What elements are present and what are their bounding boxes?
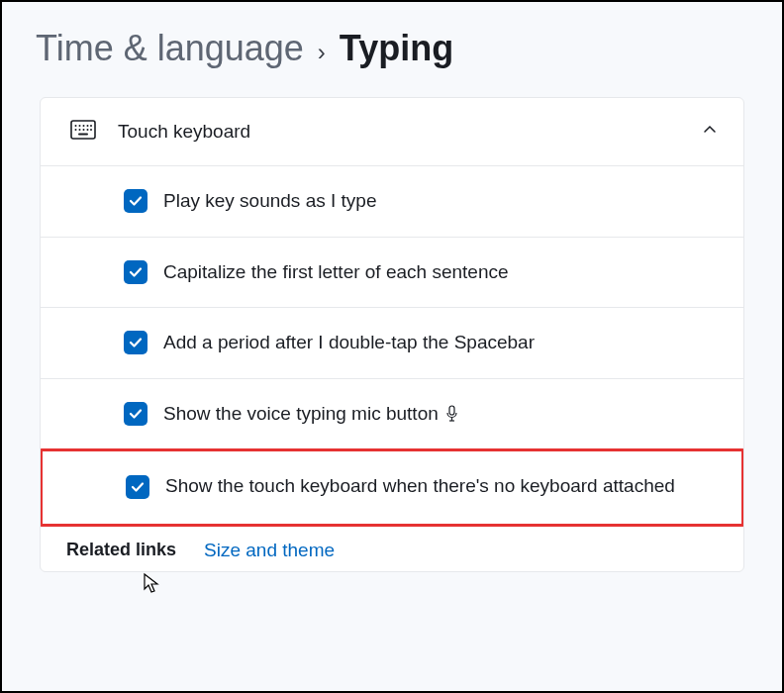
option-add-period[interactable]: Add a period after I double-tap the Spac… [41, 308, 743, 379]
chevron-right-icon: › [318, 39, 326, 66]
related-links-footer: Related links Size and theme [41, 526, 743, 571]
microphone-icon [444, 405, 459, 423]
option-show-mic[interactable]: Show the voice typing mic button [41, 379, 743, 450]
option-label: Capitalize the first letter of each sent… [163, 259, 509, 286]
checkbox-checked-icon[interactable] [126, 475, 149, 499]
svg-point-10 [90, 129, 92, 131]
chevron-up-icon [702, 122, 718, 142]
page-title: Typing [340, 28, 453, 69]
highlight-annotation: Show the touch keyboard when there's no … [40, 448, 744, 527]
svg-point-1 [75, 125, 77, 127]
option-label: Show the touch keyboard when there's no … [165, 473, 675, 500]
option-play-sounds[interactable]: Play key sounds as I type [41, 166, 743, 238]
size-and-theme-link[interactable]: Size and theme [204, 540, 335, 561]
touch-keyboard-panel: Touch keyboard Play key sounds as I type… [40, 97, 744, 572]
option-label: Add a period after I double-tap the Spac… [163, 330, 535, 356]
svg-point-4 [87, 125, 89, 127]
checkbox-checked-icon[interactable] [124, 260, 147, 284]
breadcrumb: Time & language › Typing [36, 28, 744, 69]
option-label: Show the voice typing mic button [163, 401, 459, 428]
checkbox-checked-icon[interactable] [124, 402, 147, 426]
option-show-touch-keyboard[interactable]: Show the touch keyboard when there's no … [43, 451, 741, 524]
related-links-label: Related links [66, 540, 176, 560]
option-capitalize[interactable]: Capitalize the first letter of each sent… [41, 238, 743, 309]
checkbox-checked-icon[interactable] [124, 331, 147, 354]
option-label: Play key sounds as I type [163, 188, 376, 215]
svg-point-8 [83, 129, 85, 131]
svg-point-7 [79, 129, 81, 131]
cursor-icon [143, 572, 160, 594]
svg-point-6 [75, 129, 77, 131]
svg-rect-12 [449, 406, 454, 415]
panel-header[interactable]: Touch keyboard [41, 98, 743, 166]
svg-point-5 [90, 125, 92, 127]
panel-title: Touch keyboard [118, 121, 680, 143]
svg-rect-11 [78, 134, 88, 136]
svg-point-3 [83, 125, 85, 127]
svg-point-2 [79, 125, 81, 127]
keyboard-icon [70, 120, 96, 144]
checkbox-checked-icon[interactable] [124, 189, 147, 213]
breadcrumb-parent[interactable]: Time & language [36, 28, 304, 69]
svg-point-9 [87, 129, 89, 131]
